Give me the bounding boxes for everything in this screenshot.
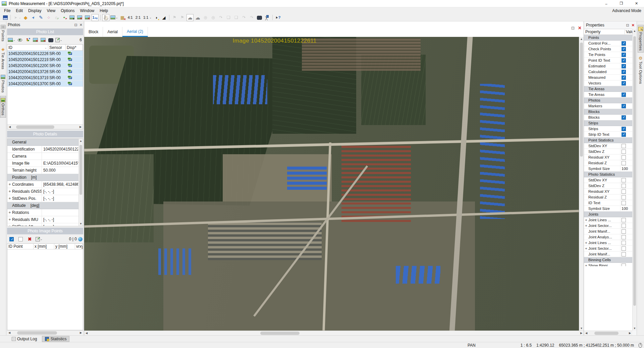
next-strip-icon[interactable] bbox=[248, 14, 255, 21]
tab-block[interactable]: Block bbox=[84, 27, 103, 37]
dock-tab-orthos[interactable]: Orthos bbox=[0, 96, 6, 117]
minimize-button[interactable]: – bbox=[599, 0, 614, 7]
gradient-stretch-icon[interactable] bbox=[160, 14, 167, 21]
bottom-tab-output-log[interactable]: Output Log bbox=[9, 336, 40, 342]
checked-checkbox-icon[interactable] bbox=[622, 93, 626, 97]
unchecked-checkbox-icon[interactable] bbox=[622, 235, 626, 239]
scroll-track[interactable] bbox=[633, 33, 637, 326]
display-options-icon[interactable] bbox=[24, 37, 31, 44]
panel-close-icon[interactable]: ✕ bbox=[632, 23, 635, 27]
survey-station-icon[interactable] bbox=[264, 14, 271, 21]
column-header-id[interactable]: ID⌄ bbox=[7, 45, 48, 50]
checked-checkbox-icon[interactable] bbox=[622, 127, 626, 131]
expand-icon[interactable]: + bbox=[7, 196, 12, 201]
map-vscrollbar[interactable]: ▲ ▼ bbox=[579, 37, 584, 331]
scroll-track[interactable] bbox=[12, 125, 78, 129]
point-display-options-icon[interactable]: ⌄ bbox=[35, 236, 43, 243]
properties-hscrollbar[interactable]: ◀ ▶ bbox=[584, 331, 632, 335]
pan-tool-icon[interactable] bbox=[102, 14, 109, 21]
add-photos-icon[interactable]: ⌄ bbox=[7, 37, 16, 44]
expand-icon[interactable]: + bbox=[584, 264, 588, 266]
scroll-down-icon[interactable]: ▼ bbox=[580, 326, 583, 331]
select-all-points-icon[interactable] bbox=[8, 236, 15, 243]
photo-row[interactable]: 10452020041501221911SR-00 bbox=[7, 57, 83, 63]
previous-photo-icon[interactable] bbox=[225, 14, 232, 21]
checked-checkbox-icon[interactable] bbox=[622, 81, 626, 85]
unchecked-checkbox-icon[interactable] bbox=[622, 264, 626, 267]
map-hscrollbar[interactable]: ◀ ▶ bbox=[84, 331, 584, 335]
photo-row[interactable]: 10442020041501371911SR-00 bbox=[7, 75, 83, 81]
properties-vscrollbar[interactable]: ▲ ▼ bbox=[632, 29, 637, 331]
scroll-thumb[interactable] bbox=[580, 43, 583, 157]
expand-icon[interactable]: + bbox=[584, 246, 588, 250]
checked-checkbox-icon[interactable] bbox=[622, 47, 626, 51]
accept-point-icon[interactable] bbox=[61, 14, 68, 21]
photo-row[interactable]: 10442020041501370011SR-00 bbox=[7, 81, 83, 87]
bottom-tab-statistics[interactable]: Statistics bbox=[42, 336, 69, 342]
previous-flag-icon[interactable] bbox=[171, 14, 178, 21]
unchecked-checkbox-icon[interactable] bbox=[622, 184, 626, 188]
expand-icon[interactable]: + bbox=[7, 189, 12, 194]
photos-panel-hscrollbar[interactable]: ◀ ▶ bbox=[7, 330, 83, 335]
remove-images-icon[interactable] bbox=[84, 14, 91, 21]
photo-details-vscrollbar[interactable]: ▲ ▼ bbox=[78, 139, 83, 226]
checked-checkbox-icon[interactable] bbox=[622, 70, 626, 74]
scroll-track[interactable] bbox=[79, 143, 83, 222]
dock-tab-tool-options[interactable]: Tool Options bbox=[638, 54, 644, 86]
scroll-left-icon[interactable]: ◀ bbox=[7, 331, 12, 334]
deselect-all-points-icon[interactable] bbox=[17, 236, 24, 243]
menu-options[interactable]: Options bbox=[58, 8, 77, 13]
zoom-2-1-icon[interactable]: 2:1 bbox=[135, 14, 142, 21]
panel-float-icon[interactable]: ⊡ bbox=[626, 23, 629, 27]
correlation-icon[interactable] bbox=[186, 14, 194, 21]
unchecked-checkbox-icon[interactable] bbox=[622, 229, 626, 234]
image-display-settings-icon[interactable]: ⌄ bbox=[110, 14, 118, 21]
expand-icon[interactable]: + bbox=[7, 217, 12, 222]
scroll-right-icon[interactable]: ▶ bbox=[579, 332, 584, 335]
unchecked-checkbox-icon[interactable] bbox=[622, 161, 626, 165]
checked-checkbox-icon[interactable] bbox=[622, 132, 626, 137]
expand-icon[interactable]: + bbox=[7, 182, 12, 187]
delete-points-icon[interactable] bbox=[26, 236, 33, 243]
menu-help[interactable]: Help bbox=[97, 8, 111, 13]
panel-close-icon[interactable]: ✕ bbox=[79, 23, 83, 27]
scroll-track[interactable] bbox=[579, 41, 584, 326]
zoom-4-1-icon[interactable]: 4:1 bbox=[126, 14, 133, 21]
column-header-x[interactable]: x [mm] bbox=[34, 244, 54, 249]
scroll-thumb[interactable] bbox=[16, 125, 54, 129]
remove-all-photos-icon[interactable] bbox=[40, 37, 47, 44]
previous-strip-icon[interactable] bbox=[240, 14, 248, 21]
menu-edit[interactable]: Edit bbox=[13, 8, 25, 13]
aerial-image-view[interactable]: Image 10452020041501222611 bbox=[84, 37, 579, 331]
select-point-icon[interactable] bbox=[30, 14, 37, 21]
tab-aerial-2[interactable]: Aerial (2) bbox=[122, 27, 148, 37]
photo-row[interactable]: 10452020041501222611SR-00 bbox=[7, 51, 83, 57]
inspect-next-icon[interactable] bbox=[210, 14, 217, 21]
contrast-icon[interactable] bbox=[153, 14, 160, 21]
unchecked-checkbox-icon[interactable] bbox=[622, 144, 626, 148]
dock-tab-properties[interactable]: Properties bbox=[638, 25, 644, 53]
maximize-button[interactable]: ❒ bbox=[614, 0, 629, 7]
scroll-up-icon[interactable]: ▲ bbox=[633, 29, 636, 33]
unchecked-checkbox-icon[interactable] bbox=[622, 246, 626, 251]
scroll-left-icon[interactable]: ◀ bbox=[84, 332, 89, 335]
inspect-previous-icon[interactable] bbox=[202, 14, 209, 21]
selection-options-icon[interactable]: ⌄ bbox=[55, 37, 63, 44]
show-image-icon[interactable] bbox=[68, 14, 75, 21]
column-header-y[interactable]: y [mm] bbox=[54, 244, 75, 249]
scroll-thumb[interactable] bbox=[79, 145, 82, 195]
expand-icon[interactable]: + bbox=[7, 210, 12, 215]
column-header-property[interactable]: Property bbox=[584, 30, 625, 34]
unchecked-checkbox-icon[interactable] bbox=[622, 150, 626, 154]
scroll-right-icon[interactable]: ▶ bbox=[78, 125, 83, 128]
scroll-up-icon[interactable]: ▲ bbox=[79, 139, 82, 143]
unchecked-checkbox-icon[interactable] bbox=[622, 195, 626, 199]
checked-checkbox-icon[interactable] bbox=[622, 75, 626, 80]
expand-icon[interactable]: + bbox=[7, 224, 12, 226]
toggle-point-ids-icon[interactable]: 1₂ₐ bbox=[92, 14, 99, 21]
goto-next-point-icon[interactable] bbox=[217, 14, 224, 21]
next-flag-icon[interactable] bbox=[179, 14, 186, 21]
scroll-thumb[interactable] bbox=[260, 332, 300, 335]
expand-icon[interactable]: + bbox=[584, 224, 588, 228]
correlation-all-icon[interactable] bbox=[194, 14, 201, 21]
